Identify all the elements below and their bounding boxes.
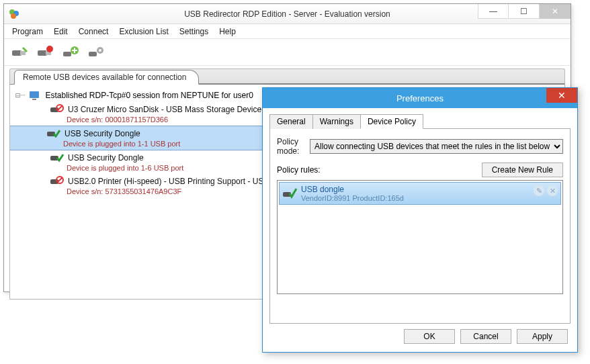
svg-rect-8 bbox=[63, 52, 71, 56]
maximize-button[interactable]: ☐ bbox=[509, 4, 540, 19]
menu-settings[interactable]: Settings bbox=[175, 26, 212, 38]
policy-rules-label: Policy rules: bbox=[277, 165, 321, 175]
policy-mode-label: Policy mode: bbox=[277, 137, 303, 156]
menubar: Program Edit Connect Exclusion List Sett… bbox=[4, 24, 571, 39]
usb-allowed-icon bbox=[282, 186, 297, 201]
tab-warnings[interactable]: Warnings bbox=[312, 114, 361, 129]
device-name: USB Security Dongle bbox=[68, 153, 144, 163]
rule-name: USB dongle bbox=[301, 185, 404, 194]
toolbar-add-button[interactable] bbox=[59, 41, 82, 64]
window-controls: — ☐ ✕ bbox=[478, 4, 571, 19]
tree-toggle-icon[interactable]: ⊟┈ bbox=[15, 91, 25, 100]
close-button[interactable]: ✕ bbox=[540, 4, 571, 19]
svg-point-7 bbox=[46, 46, 53, 52]
preferences-tabs: General Warnings Device Policy bbox=[269, 113, 571, 129]
menu-program[interactable]: Program bbox=[8, 26, 47, 38]
policy-rules-row: Policy rules: Create New Rule bbox=[277, 163, 563, 177]
usb-add-icon bbox=[62, 45, 79, 60]
svg-rect-3 bbox=[12, 50, 22, 56]
menu-exclusion[interactable]: Exclusion List bbox=[115, 26, 172, 38]
svg-rect-10 bbox=[89, 52, 97, 56]
ok-button[interactable]: OK bbox=[404, 329, 455, 344]
policy-rules-list[interactable]: USB dongle VendorID:8991 ProductID:165d … bbox=[277, 180, 563, 294]
menu-edit[interactable]: Edit bbox=[50, 26, 72, 38]
menu-connect[interactable]: Connect bbox=[75, 26, 113, 38]
toolbar-unshare-button[interactable] bbox=[34, 41, 56, 64]
preferences-close-button[interactable]: ✕ bbox=[546, 88, 577, 103]
usb-blocked-icon bbox=[50, 104, 64, 115]
dialog-buttons: OK Cancel Apply bbox=[269, 324, 571, 344]
preferences-dialog: Preferences ✕ General Warnings Device Po… bbox=[262, 87, 578, 353]
policy-mode-row: Policy mode: Allow connecting USB device… bbox=[277, 137, 563, 156]
edit-rule-icon[interactable]: ✎ bbox=[534, 185, 544, 196]
monitor-icon bbox=[29, 90, 41, 101]
usb-plug-red-icon bbox=[36, 45, 54, 60]
tab-remote-devices[interactable]: Remote USB devices available for connect… bbox=[14, 70, 199, 85]
usb-allowed-icon bbox=[47, 128, 60, 139]
tab-device-policy[interactable]: Device Policy bbox=[360, 114, 423, 129]
tab-filler bbox=[199, 83, 564, 84]
svg-rect-4 bbox=[20, 51, 26, 55]
apply-button[interactable]: Apply bbox=[517, 329, 568, 344]
device-name: USB2.0 Printer (Hi-speed) - USB Printing… bbox=[68, 177, 269, 186]
toolbar bbox=[4, 39, 571, 66]
svg-point-2 bbox=[11, 13, 16, 19]
usb-allowed-icon bbox=[50, 152, 64, 163]
tab-row: Remote USB devices available for connect… bbox=[9, 69, 565, 85]
preferences-title: Preferences bbox=[263, 93, 577, 103]
create-new-rule-button[interactable]: Create New Rule bbox=[482, 163, 563, 177]
svg-point-12 bbox=[99, 49, 101, 52]
svg-rect-14 bbox=[32, 99, 36, 100]
rule-detail: VendorID:8991 ProductID:165d bbox=[301, 194, 404, 202]
preferences-body: General Warnings Device Policy Policy mo… bbox=[263, 108, 577, 349]
minimize-button[interactable]: — bbox=[478, 4, 509, 19]
app-icon bbox=[8, 8, 20, 20]
usb-gear-icon bbox=[87, 45, 105, 60]
rule-controls: ✎ ✕ bbox=[534, 185, 558, 196]
usb-plug-icon bbox=[11, 45, 28, 60]
menu-help[interactable]: Help bbox=[215, 26, 240, 38]
tab-general[interactable]: General bbox=[269, 114, 313, 129]
svg-rect-5 bbox=[38, 50, 47, 56]
policy-mode-select[interactable]: Allow connecting USB devices that meet t… bbox=[310, 139, 563, 154]
delete-rule-icon[interactable]: ✕ bbox=[547, 185, 558, 196]
cancel-button[interactable]: Cancel bbox=[460, 329, 511, 344]
device-name: USB Security Dongle bbox=[65, 129, 140, 138]
device-sub: Device is plugged into 1-1 USB port bbox=[63, 140, 292, 148]
rule-item[interactable]: USB dongle VendorID:8991 ProductID:165d … bbox=[279, 182, 561, 205]
svg-rect-13 bbox=[30, 91, 39, 98]
titlebar: USB Redirector RDP Edition - Server - Ev… bbox=[4, 4, 571, 24]
session-label: Established RDP-Tcp#0 session from NEPTU… bbox=[45, 91, 253, 100]
tab-label: Remote USB devices available for connect… bbox=[23, 73, 186, 82]
preferences-titlebar: Preferences ✕ bbox=[263, 88, 577, 108]
rule-text: USB dongle VendorID:8991 ProductID:165d bbox=[301, 185, 404, 202]
device-name: U3 Cruzer Micro SanDisk - USB Mass Stora… bbox=[68, 105, 261, 114]
usb-blocked-icon bbox=[50, 176, 64, 187]
toolbar-settings-button[interactable] bbox=[85, 41, 108, 64]
toolbar-share-button[interactable] bbox=[8, 41, 31, 64]
device-policy-panel: Policy mode: Allow connecting USB device… bbox=[269, 129, 571, 324]
